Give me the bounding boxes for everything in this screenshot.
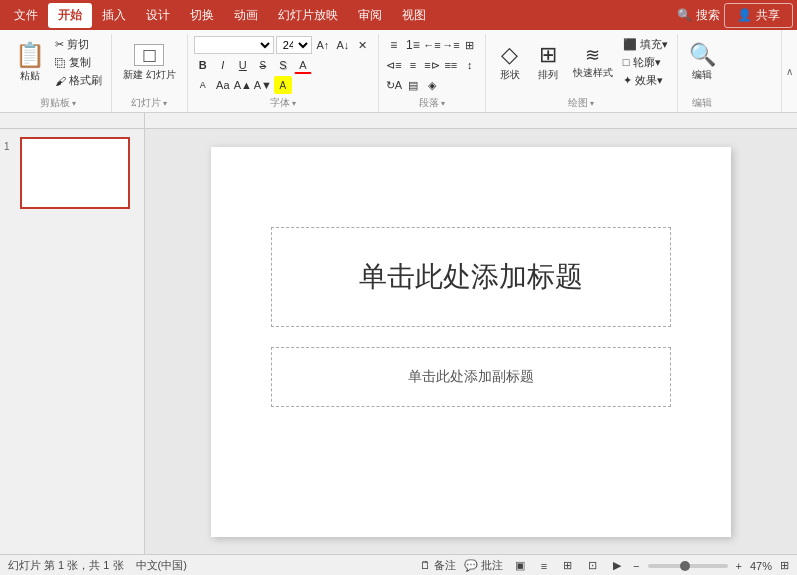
fit-window-btn[interactable]: ⊞ xyxy=(780,559,789,572)
search-icon: 🔍 xyxy=(677,8,692,22)
search-box[interactable]: 🔍 搜索 xyxy=(677,7,720,24)
decrease-font-btn[interactable]: A↓ xyxy=(334,36,352,54)
align-center-btn[interactable]: ≡ xyxy=(404,56,422,74)
editing-content: 🔍 编辑 xyxy=(684,36,721,94)
fill-btn[interactable]: ⬛ 填充▾ xyxy=(620,36,671,53)
cut-button[interactable]: ✂ 剪切 xyxy=(52,36,105,53)
align-right-btn[interactable]: ≡⊳ xyxy=(423,56,441,74)
font-expand-icon[interactable]: ▾ xyxy=(292,99,296,108)
line-spacing-btn[interactable]: ↕ xyxy=(461,56,479,74)
menu-insert[interactable]: 插入 xyxy=(92,3,136,28)
ruler-container xyxy=(0,113,797,129)
strikethrough-button[interactable]: S xyxy=(254,56,272,74)
quick-style-icon: ≋ xyxy=(585,46,600,64)
font-aa-btn[interactable]: Aa xyxy=(214,76,232,94)
underline-button[interactable]: U xyxy=(234,56,252,74)
shadow-button[interactable]: S xyxy=(274,56,292,74)
subtitle-text: 单击此处添加副标题 xyxy=(408,368,534,386)
shape-label: 形状 xyxy=(500,68,520,82)
font-family-select[interactable] xyxy=(194,36,274,54)
view-reading-btn[interactable]: ⊡ xyxy=(584,558,601,573)
effect-btn[interactable]: ✦ 效果▾ xyxy=(620,72,671,89)
quick-style-button[interactable]: ≋ 快速样式 xyxy=(568,36,618,90)
font-color-button[interactable]: A xyxy=(294,56,312,74)
canvas-area: 单击此处添加标题 单击此处添加副标题 xyxy=(145,129,797,554)
font-label: 字体 ▾ xyxy=(194,94,372,110)
shape-button[interactable]: ◇ 形状 xyxy=(492,36,528,90)
increase-font-btn[interactable]: A↑ xyxy=(314,36,332,54)
indent-decrease-btn[interactable]: ←≡ xyxy=(423,36,441,54)
cut-icon: ✂ xyxy=(55,38,64,51)
clipboard-expand-icon[interactable]: ▾ xyxy=(72,99,76,108)
align-left-btn[interactable]: ⊲≡ xyxy=(385,56,403,74)
share-label: 共享 xyxy=(756,7,780,24)
menu-animation[interactable]: 动画 xyxy=(224,3,268,28)
slide-canvas[interactable]: 单击此处添加标题 单击此处添加副标题 xyxy=(211,147,731,537)
bold-button[interactable]: B xyxy=(194,56,212,74)
view-normal-btn[interactable]: ▣ xyxy=(511,558,529,573)
font-down-btn[interactable]: A▼ xyxy=(254,76,272,94)
new-slide-icon: □ xyxy=(134,44,164,66)
slide-thumbnail[interactable] xyxy=(20,137,130,209)
arrange-button[interactable]: ⊞ 排列 xyxy=(530,36,566,90)
zoom-slider[interactable] xyxy=(648,564,728,568)
editing-button[interactable]: 🔍 编辑 xyxy=(684,36,721,90)
title-placeholder[interactable]: 单击此处添加标题 xyxy=(271,227,671,327)
zoom-out-btn[interactable]: − xyxy=(633,560,639,572)
list-bullet-btn[interactable]: ≡ xyxy=(385,36,403,54)
paste-button[interactable]: 📋 粘贴 xyxy=(10,36,50,90)
menu-review[interactable]: 审阅 xyxy=(348,3,392,28)
format-painter-label: 格式刷 xyxy=(69,73,102,88)
zoom-level: 47% xyxy=(750,560,772,572)
zoom-in-btn[interactable]: + xyxy=(736,560,742,572)
share-button[interactable]: 👤 共享 xyxy=(724,3,793,28)
new-slide-button[interactable]: □ 新建 幻灯片 xyxy=(118,36,181,90)
text-direction-btn[interactable]: ↻A xyxy=(385,76,403,94)
slides-label: 幻灯片 ▾ xyxy=(118,94,181,110)
ribbon: 📋 粘贴 ✂ 剪切 ⿻ 复制 🖌 格式刷 剪贴板 ▾ xyxy=(0,30,797,113)
comments-button[interactable]: 💬 批注 xyxy=(464,558,503,573)
italic-button[interactable]: I xyxy=(214,56,232,74)
align-text-btn[interactable]: ▤ xyxy=(404,76,422,94)
menu-design[interactable]: 设计 xyxy=(136,3,180,28)
slide-number: 1 xyxy=(4,141,10,152)
copy-button[interactable]: ⿻ 复制 xyxy=(52,54,105,71)
cut-label: 剪切 xyxy=(67,37,89,52)
format-painter-button[interactable]: 🖌 格式刷 xyxy=(52,72,105,89)
drawing-small-buttons: ⬛ 填充▾ □ 轮廓▾ ✦ 效果▾ xyxy=(620,36,671,89)
menu-slideshow[interactable]: 幻灯片放映 xyxy=(268,3,348,28)
view-outline-btn[interactable]: ≡ xyxy=(537,559,551,573)
outline-btn[interactable]: □ 轮廓▾ xyxy=(620,54,671,71)
status-right: 🗒 备注 💬 批注 ▣ ≡ ⊞ ⊡ ▶ − + 47% ⊞ xyxy=(420,558,789,573)
view-sorter-btn[interactable]: ⊞ xyxy=(559,558,576,573)
highlight-btn[interactable]: A xyxy=(274,76,292,94)
notes-button[interactable]: 🗒 备注 xyxy=(420,558,456,573)
ruler-corner xyxy=(0,113,145,129)
subtitle-placeholder[interactable]: 单击此处添加副标题 xyxy=(271,347,671,407)
justify-btn[interactable]: ≡≡ xyxy=(442,56,460,74)
smartart-btn[interactable]: ◈ xyxy=(423,76,441,94)
menu-transition[interactable]: 切换 xyxy=(180,3,224,28)
format-painter-icon: 🖌 xyxy=(55,75,66,87)
ribbon-group-slides: □ 新建 幻灯片 幻灯片 ▾ xyxy=(112,34,188,112)
menu-start[interactable]: 开始 xyxy=(48,3,92,28)
paragraph-expand-icon[interactable]: ▾ xyxy=(441,99,445,108)
font-size-select[interactable]: 24+ xyxy=(276,36,312,54)
ribbon-collapse-button[interactable]: ∧ xyxy=(781,30,797,112)
ribbon-group-clipboard: 📋 粘贴 ✂ 剪切 ⿻ 复制 🖌 格式刷 剪贴板 ▾ xyxy=(4,34,112,112)
drawing-expand-icon[interactable]: ▾ xyxy=(590,99,594,108)
menu-file[interactable]: 文件 xyxy=(4,3,48,28)
font-up-btn[interactable]: A▲ xyxy=(234,76,252,94)
menu-view[interactable]: 视图 xyxy=(392,3,436,28)
view-slideshow-btn[interactable]: ▶ xyxy=(609,558,625,573)
clear-format-btn[interactable]: ✕ xyxy=(354,36,372,54)
slides-expand-icon[interactable]: ▾ xyxy=(163,99,167,108)
para-row-2: ⊲≡ ≡ ≡⊳ ≡≡ ↕ xyxy=(385,56,479,74)
list-number-btn[interactable]: 1≡ xyxy=(404,36,422,54)
language-indicator: 中文(中国) xyxy=(136,558,187,573)
columns-btn[interactable]: ⊞ xyxy=(461,36,479,54)
font-size-small-btn[interactable]: A xyxy=(194,76,212,94)
indent-increase-btn[interactable]: →≡ xyxy=(442,36,460,54)
slide-thumbnail-container: 1 xyxy=(4,137,140,209)
ribbon-group-editing: 🔍 编辑 编辑 xyxy=(678,34,727,112)
